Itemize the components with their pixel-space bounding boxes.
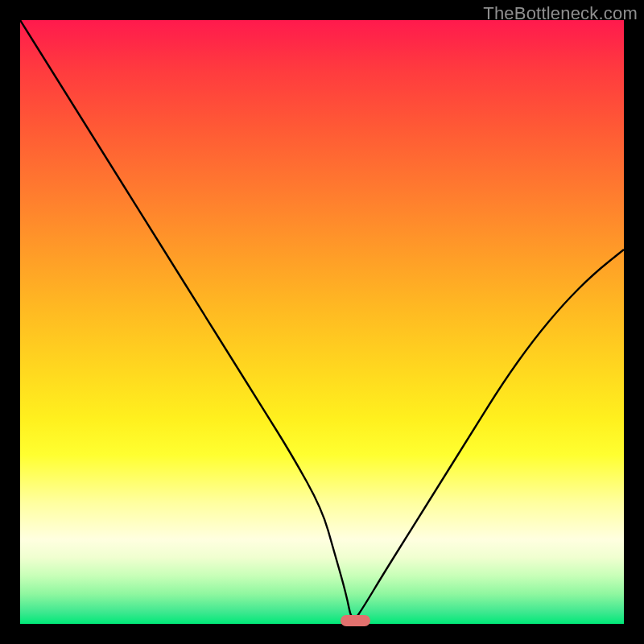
plot-area [20,20,624,624]
watermark-text: TheBottleneck.com [483,3,638,24]
optimal-marker [341,615,371,626]
bottleneck-curve [20,20,624,624]
chart-frame: TheBottleneck.com [0,0,644,644]
